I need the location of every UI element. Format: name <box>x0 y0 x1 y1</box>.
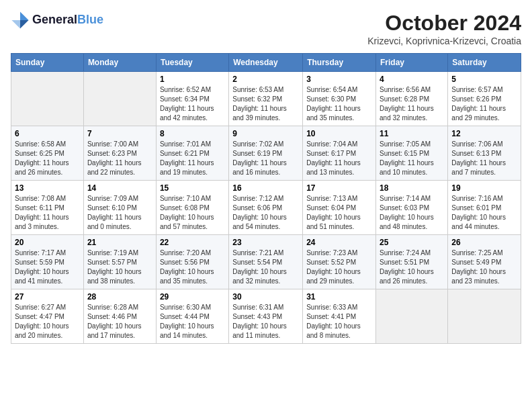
calendar-header: SundayMondayTuesdayWednesdayThursdayFrid… <box>11 54 521 72</box>
calendar-cell: 23Sunrise: 7:21 AM Sunset: 5:54 PM Dayli… <box>229 235 303 289</box>
day-number: 16 <box>232 183 299 193</box>
day-info: Sunrise: 6:28 AM Sunset: 4:46 PM Dayligh… <box>87 303 152 340</box>
day-info: Sunrise: 7:00 AM Sunset: 6:23 PM Dayligh… <box>87 140 152 177</box>
weekday-header: Monday <box>83 54 156 72</box>
calendar-cell: 25Sunrise: 7:24 AM Sunset: 5:51 PM Dayli… <box>376 235 448 289</box>
calendar-cell: 15Sunrise: 7:10 AM Sunset: 6:08 PM Dayli… <box>156 181 228 235</box>
logo: GeneralBlue <box>11 11 103 30</box>
day-number: 13 <box>15 183 80 193</box>
day-info: Sunrise: 7:13 AM Sunset: 6:04 PM Dayligh… <box>306 194 372 232</box>
calendar-cell: 29Sunrise: 6:30 AM Sunset: 4:44 PM Dayli… <box>156 289 228 344</box>
calendar-cell: 18Sunrise: 7:14 AM Sunset: 6:03 PM Dayli… <box>376 181 448 235</box>
calendar-cell: 30Sunrise: 6:31 AM Sunset: 4:43 PM Dayli… <box>229 289 303 344</box>
day-info: Sunrise: 7:17 AM Sunset: 5:59 PM Dayligh… <box>15 248 80 286</box>
day-info: Sunrise: 6:31 AM Sunset: 4:43 PM Dayligh… <box>232 303 299 340</box>
calendar-cell: 8Sunrise: 7:01 AM Sunset: 6:21 PM Daylig… <box>156 126 228 181</box>
day-number: 3 <box>306 75 372 84</box>
weekday-header: Thursday <box>303 54 376 72</box>
calendar-cell: 28Sunrise: 6:28 AM Sunset: 4:46 PM Dayli… <box>83 289 156 344</box>
day-number: 31 <box>306 292 372 302</box>
day-info: Sunrise: 7:21 AM Sunset: 5:54 PM Dayligh… <box>232 248 299 286</box>
day-number: 2 <box>232 75 299 84</box>
location: Krizevci, Koprivnica-Krizevci, Croatia <box>367 36 521 46</box>
calendar-cell: 19Sunrise: 7:16 AM Sunset: 6:01 PM Dayli… <box>448 181 521 235</box>
day-info: Sunrise: 7:04 AM Sunset: 6:17 PM Dayligh… <box>306 140 372 177</box>
calendar-cell <box>448 289 521 344</box>
calendar-cell: 27Sunrise: 6:27 AM Sunset: 4:47 PM Dayli… <box>11 289 84 344</box>
calendar-week-row: 6Sunrise: 6:58 AM Sunset: 6:25 PM Daylig… <box>11 126 521 181</box>
calendar-cell <box>376 289 448 344</box>
calendar-cell: 5Sunrise: 6:57 AM Sunset: 6:26 PM Daylig… <box>448 72 521 126</box>
calendar-cell: 3Sunrise: 6:54 AM Sunset: 6:30 PM Daylig… <box>303 72 376 126</box>
title-area: October 2024 Krizevci, Koprivnica-Krizev… <box>367 11 521 46</box>
calendar-cell: 1Sunrise: 6:52 AM Sunset: 6:34 PM Daylig… <box>156 72 228 126</box>
day-number: 17 <box>306 183 372 193</box>
svg-marker-2 <box>11 20 20 29</box>
day-info: Sunrise: 7:02 AM Sunset: 6:19 PM Dayligh… <box>232 140 299 177</box>
calendar-week-row: 13Sunrise: 7:08 AM Sunset: 6:11 PM Dayli… <box>11 181 521 235</box>
calendar-cell: 6Sunrise: 6:58 AM Sunset: 6:25 PM Daylig… <box>11 126 84 181</box>
weekday-header-row: SundayMondayTuesdayWednesdayThursdayFrid… <box>11 54 521 72</box>
month-title: October 2024 <box>367 11 521 36</box>
calendar-cell: 10Sunrise: 7:04 AM Sunset: 6:17 PM Dayli… <box>303 126 376 181</box>
calendar-cell: 21Sunrise: 7:19 AM Sunset: 5:57 PM Dayli… <box>83 235 156 289</box>
calendar-cell: 4Sunrise: 6:56 AM Sunset: 6:28 PM Daylig… <box>376 72 448 126</box>
page-header: GeneralBlue October 2024 Krizevci, Kopri… <box>11 11 521 46</box>
calendar-cell: 13Sunrise: 7:08 AM Sunset: 6:11 PM Dayli… <box>11 181 84 235</box>
calendar-cell: 26Sunrise: 7:25 AM Sunset: 5:49 PM Dayli… <box>448 235 521 289</box>
day-number: 15 <box>160 183 225 193</box>
day-number: 14 <box>87 183 152 193</box>
day-number: 9 <box>232 129 299 138</box>
svg-marker-0 <box>20 11 29 20</box>
day-info: Sunrise: 7:06 AM Sunset: 6:13 PM Dayligh… <box>451 140 517 177</box>
calendar-cell: 14Sunrise: 7:09 AM Sunset: 6:10 PM Dayli… <box>83 181 156 235</box>
weekday-header: Wednesday <box>229 54 303 72</box>
logo-text: GeneralBlue <box>32 13 103 27</box>
calendar-cell: 24Sunrise: 7:23 AM Sunset: 5:52 PM Dayli… <box>303 235 376 289</box>
day-info: Sunrise: 6:30 AM Sunset: 4:44 PM Dayligh… <box>160 303 225 340</box>
weekday-header: Tuesday <box>156 54 228 72</box>
day-info: Sunrise: 7:08 AM Sunset: 6:11 PM Dayligh… <box>15 194 80 232</box>
day-number: 29 <box>160 292 225 302</box>
day-number: 5 <box>451 75 517 84</box>
calendar-cell: 11Sunrise: 7:05 AM Sunset: 6:15 PM Dayli… <box>376 126 448 181</box>
day-number: 20 <box>15 238 80 247</box>
day-number: 18 <box>380 183 444 193</box>
weekday-header: Friday <box>376 54 448 72</box>
day-info: Sunrise: 7:19 AM Sunset: 5:57 PM Dayligh… <box>87 248 152 286</box>
day-number: 6 <box>15 129 80 138</box>
day-info: Sunrise: 7:14 AM Sunset: 6:03 PM Dayligh… <box>380 194 444 232</box>
day-info: Sunrise: 7:01 AM Sunset: 6:21 PM Dayligh… <box>160 140 225 177</box>
day-info: Sunrise: 6:53 AM Sunset: 6:32 PM Dayligh… <box>232 85 299 123</box>
calendar-week-row: 1Sunrise: 6:52 AM Sunset: 6:34 PM Daylig… <box>11 72 521 126</box>
day-number: 30 <box>232 292 299 302</box>
day-number: 25 <box>380 238 444 247</box>
day-info: Sunrise: 7:12 AM Sunset: 6:06 PM Dayligh… <box>232 194 299 232</box>
svg-marker-1 <box>20 20 29 29</box>
day-info: Sunrise: 6:33 AM Sunset: 4:41 PM Dayligh… <box>306 303 372 340</box>
day-info: Sunrise: 7:16 AM Sunset: 6:01 PM Dayligh… <box>451 194 517 232</box>
day-info: Sunrise: 6:58 AM Sunset: 6:25 PM Dayligh… <box>15 140 80 177</box>
day-info: Sunrise: 6:56 AM Sunset: 6:28 PM Dayligh… <box>380 85 444 123</box>
day-info: Sunrise: 6:57 AM Sunset: 6:26 PM Dayligh… <box>451 85 517 123</box>
day-info: Sunrise: 6:52 AM Sunset: 6:34 PM Dayligh… <box>160 85 225 123</box>
day-info: Sunrise: 7:24 AM Sunset: 5:51 PM Dayligh… <box>380 248 444 286</box>
day-info: Sunrise: 7:20 AM Sunset: 5:56 PM Dayligh… <box>160 248 225 286</box>
day-info: Sunrise: 7:05 AM Sunset: 6:15 PM Dayligh… <box>380 140 444 177</box>
day-number: 28 <box>87 292 152 302</box>
day-number: 24 <box>306 238 372 247</box>
day-number: 21 <box>87 238 152 247</box>
calendar-cell: 20Sunrise: 7:17 AM Sunset: 5:59 PM Dayli… <box>11 235 84 289</box>
day-number: 8 <box>160 129 225 138</box>
day-number: 12 <box>451 129 517 138</box>
day-info: Sunrise: 7:23 AM Sunset: 5:52 PM Dayligh… <box>306 248 372 286</box>
day-number: 4 <box>380 75 444 84</box>
calendar-cell <box>83 72 156 126</box>
calendar-cell: 7Sunrise: 7:00 AM Sunset: 6:23 PM Daylig… <box>83 126 156 181</box>
calendar-cell: 2Sunrise: 6:53 AM Sunset: 6:32 PM Daylig… <box>229 72 303 126</box>
calendar-week-row: 27Sunrise: 6:27 AM Sunset: 4:47 PM Dayli… <box>11 289 521 344</box>
day-info: Sunrise: 6:27 AM Sunset: 4:47 PM Dayligh… <box>15 303 80 340</box>
day-info: Sunrise: 6:54 AM Sunset: 6:30 PM Dayligh… <box>306 85 372 123</box>
day-number: 11 <box>380 129 444 138</box>
calendar-cell <box>11 72 84 126</box>
